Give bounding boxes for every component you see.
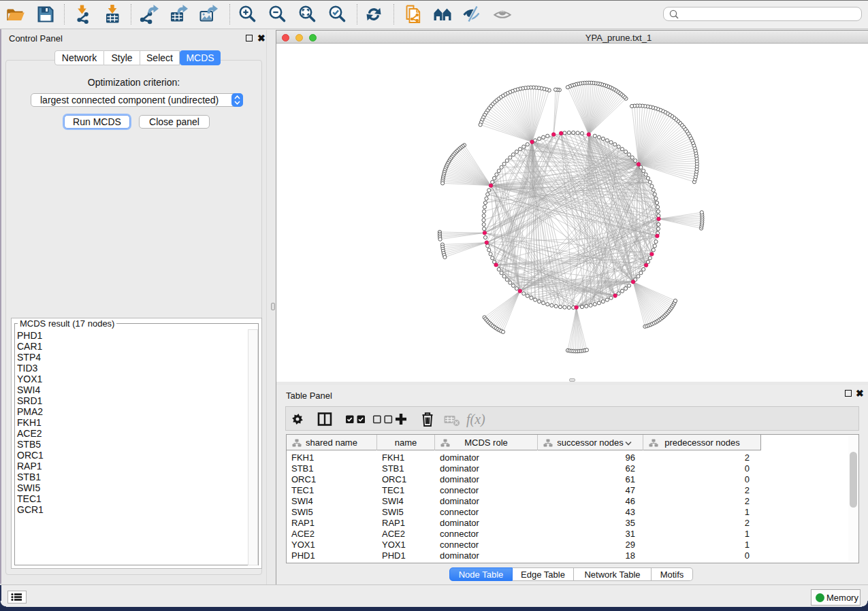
- svg-text:f(x): f(x): [466, 412, 485, 427]
